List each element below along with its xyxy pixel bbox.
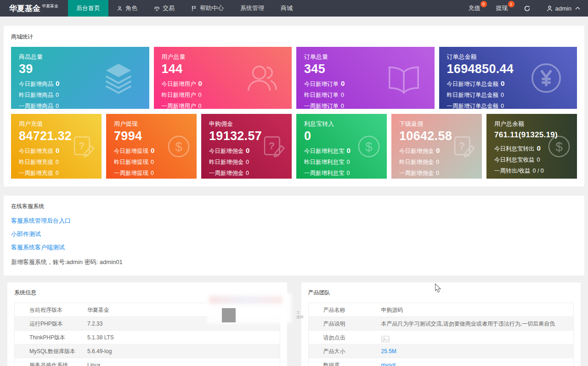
nav-item-1[interactable]: 后台首页 xyxy=(68,0,108,17)
nav-withdraw-button[interactable]: 提现 1 xyxy=(488,0,516,17)
nav-recharge-button[interactable]: 充值 0 xyxy=(461,0,488,17)
table-row: 服务器操作系统Linux xyxy=(15,358,280,366)
service-panel: 在线客服系统 客服系统管理后台入口小部件测试客服系统客户端测试 新增客服系统，账… xyxy=(4,196,584,276)
dollar-icon: $ xyxy=(355,132,383,161)
stat-card-line: 一周新增用户0 xyxy=(162,102,284,109)
stat-line-label: 一周新增利息宝 xyxy=(304,170,345,176)
stat-card: 下级返佣10642.58今日新增佣金0昨日新增佣金0一周新增佣金0? xyxy=(391,114,482,179)
svg-text:$: $ xyxy=(555,140,563,154)
stat-card-line: 一周新增商品0 xyxy=(19,102,141,109)
table-row: ThinkPHP版本5.1.38 LTS xyxy=(15,331,280,344)
top-nav: 华夏基金 华夏基金 后台首页角色交易帮助中心系统管理商城 充值 0 提现 1 xyxy=(0,0,588,17)
svg-text:?: ? xyxy=(459,140,465,151)
book-icon xyxy=(385,59,423,97)
stat-line-label: 今日新增提现 xyxy=(114,148,148,154)
product-team-table: 产品名称申购源码产品说明本产品只为学习测试交流,请勿要做商业或者用于违法行为,一… xyxy=(308,303,574,366)
stat-card: 商品总量39今日新增商品0昨日新增商品0一周新增商品0 xyxy=(11,47,149,109)
stat-line-label: 昨日新增充值 xyxy=(19,159,53,165)
bottom-row: 系统信息 当前程序版本华夏基金运行PHP版本7.2.33ThinkPHP版本5.… xyxy=(4,282,584,366)
yen-icon xyxy=(527,59,565,97)
table-row-label: 服务器操作系统 xyxy=(15,358,87,366)
table-row-label: MySQL数据库版本 xyxy=(15,344,87,358)
withdraw-badge: 1 xyxy=(508,1,514,7)
stat-line-label: 昨日新增佣金 xyxy=(399,159,434,165)
stat-line-label: 昨日新增提现 xyxy=(114,159,148,165)
stat-card-line: 一周新增利息宝0 xyxy=(304,169,379,177)
stat-line-value: 0 xyxy=(341,103,344,109)
stat-line-value: 0 xyxy=(347,170,350,176)
stat-card-title: 利息宝转入 xyxy=(304,120,379,128)
stats-row-2: 用户充值84721.32今日新增充值0昨日新增充值0一周新增充值0?用户提现79… xyxy=(11,114,577,179)
stat-card: 利息宝转入0今日新增利息宝0昨日新增利息宝0一周新增利息宝0$ xyxy=(296,114,387,179)
stat-line-label: 今日利息宝收益 xyxy=(494,157,535,163)
nav-item-3[interactable]: 交易 xyxy=(146,0,183,17)
stat-card-line: 一周新增提现0 xyxy=(114,169,189,177)
stat-line-value: 0 xyxy=(198,92,202,98)
table-row: 产品说明本产品只为学习测试交流,请勿要做商业或者用于违法行为,一切后果自负 xyxy=(309,317,574,331)
client-test-link[interactable]: 客服系统客户端测试 xyxy=(11,243,577,252)
stat-line-value: 0 xyxy=(347,159,350,165)
stat-line-label: 一周新增商品 xyxy=(19,103,53,109)
stat-line-value: 0 xyxy=(537,157,540,163)
stat-card: 订单总金额1694850.44今日新增订单总金额0昨日新增订单总金额0一周新增订… xyxy=(439,47,577,109)
nav-item-2[interactable]: 角色 xyxy=(108,0,146,17)
svg-text:?: ? xyxy=(79,140,85,151)
stat-line-label: 一周新增充值 xyxy=(19,170,53,176)
svg-text:$: $ xyxy=(365,140,373,154)
table-row: 当前程序版本华夏基金 xyxy=(15,303,280,317)
stat-line-value: 0 xyxy=(246,159,249,165)
dollar-icon: $ xyxy=(164,132,193,161)
app-logo[interactable]: 华夏基金 华夏基金 xyxy=(0,0,68,17)
table-row-value[interactable]: mysql xyxy=(381,358,574,366)
refresh-button[interactable] xyxy=(516,0,538,17)
table-row-label: 请勿点击 xyxy=(309,331,381,344)
widget-test-link[interactable]: 小部件测试 xyxy=(11,230,577,238)
stat-line-value: 0 xyxy=(501,92,504,98)
table-row-label: 产品名称 xyxy=(309,303,381,316)
doc-question-icon: ? xyxy=(260,132,288,161)
nav-item-4[interactable]: 帮助中心 xyxy=(183,0,232,17)
table-row-value[interactable]: 25.5M xyxy=(381,344,574,358)
nav-right: 充值 0 提现 1 admin xyxy=(461,0,588,17)
customer-service-admin-link[interactable]: 客服系统管理后台入口 xyxy=(11,217,577,225)
table-row: 运行PHP版本7.2.33 xyxy=(15,317,280,331)
withdraw-label: 提现 xyxy=(496,4,508,12)
table-row-label: 运行PHP版本 xyxy=(15,317,87,330)
table-row-value: 申购源码 xyxy=(381,303,574,316)
page: 华夏基金 华夏基金 后台首页角色交易帮助中心系统管理商城 充值 0 提现 1 xyxy=(0,0,588,366)
stat-card: 用户总余额761.11(91325.19)今日利息宝转出0今日利息宝收益0一周转… xyxy=(486,114,577,179)
table-row: 请勿点击 xyxy=(309,331,574,344)
table-row: 产品大小25.5M xyxy=(309,344,574,358)
stat-card: 申购佣金19132.57今日新增佣金0昨日新增佣金0一周新增佣金0? xyxy=(201,114,292,179)
admin-menu[interactable]: admin xyxy=(538,0,588,17)
stat-card-title: 用户提现 xyxy=(114,120,189,128)
stat-line-label: 今日新增佣金 xyxy=(399,148,434,154)
stat-line-value: 0 xyxy=(436,170,439,176)
recharge-label: 充值 xyxy=(469,4,481,12)
system-info-panel: 系统信息 当前程序版本华夏基金运行PHP版本7.2.33ThinkPHP版本5.… xyxy=(7,282,287,366)
table-row-value: 5.6.49-log xyxy=(87,344,280,358)
stat-line-value: 0 xyxy=(56,103,59,109)
product-team-panel: 产品团队 产品名称申购源码产品说明本产品只为学习测试交流,请勿要做商业或者用于违… xyxy=(301,282,581,366)
stat-line-label: 今日新增充值 xyxy=(19,148,53,154)
table-row-label: 数据库 xyxy=(309,358,381,366)
stat-line-value: 0 xyxy=(537,144,541,152)
nav-item-5[interactable]: 系统管理 xyxy=(232,0,272,17)
nav-item-6[interactable]: 商城 xyxy=(272,0,301,17)
app-title-sup: 华夏基金 xyxy=(42,3,58,9)
app-title: 华夏基金 xyxy=(9,3,40,14)
refresh-icon xyxy=(524,5,531,12)
stat-card-line: 一周新增佣金0 xyxy=(209,169,284,177)
dollar-icon: $ xyxy=(545,132,573,161)
stat-line-label: 一周新增佣金 xyxy=(399,170,434,176)
stat-card: 订单总量345今日新增订单0昨日新增订单0一周新增订单0 xyxy=(296,47,435,109)
stat-line-label: 一周新增提现 xyxy=(114,170,148,176)
nav-item-label: 交易 xyxy=(163,4,175,12)
table-row-value: 5.1.38 LTS xyxy=(87,331,280,344)
stat-card-title: 下级返佣 xyxy=(399,120,474,128)
stat-line-value: 0 xyxy=(56,170,59,176)
service-links: 客服系统管理后台入口小部件测试客服系统客户端测试 xyxy=(11,217,577,252)
stat-line-label: 昨日新增商品 xyxy=(19,92,53,98)
stats-row-1: 商品总量39今日新增商品0昨日新增商品0一周新增商品0用户总量144今日新增用户… xyxy=(11,47,577,109)
stat-card: 用户充值84721.32今日新增充值0昨日新增充值0一周新增充值0? xyxy=(11,114,102,179)
